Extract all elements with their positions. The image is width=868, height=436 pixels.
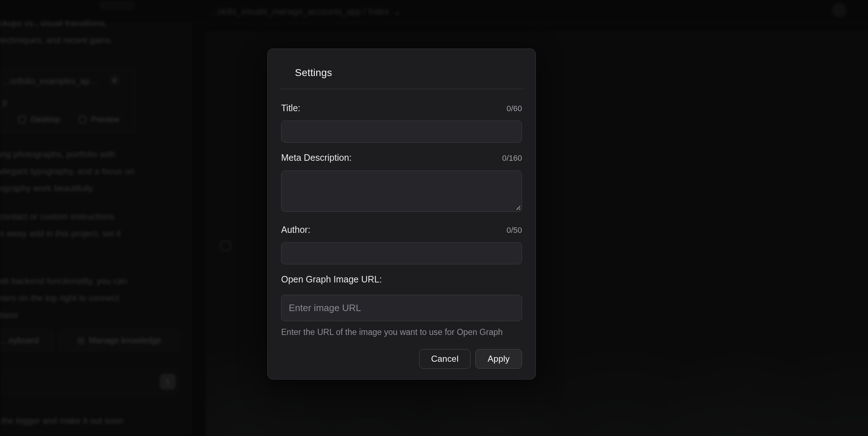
og-field-row: Open Graph Image URL:	[281, 273, 522, 286]
meta-description-textarea[interactable]	[281, 171, 522, 212]
meta-field-row: Meta Description: 0/160	[281, 151, 522, 165]
dialog-title: Settings	[295, 66, 522, 80]
og-image-url-label: Open Graph Image URL:	[281, 273, 382, 286]
apply-button[interactable]: Apply	[475, 349, 522, 369]
divider	[280, 89, 523, 89]
meta-description-label: Meta Description:	[281, 151, 352, 164]
screen: …skills_visuals_manage_accounts_app / In…	[0, 0, 868, 436]
author-field-row: Author: 0/50	[281, 223, 522, 237]
author-label: Author:	[281, 223, 310, 236]
cancel-button[interactable]: Cancel	[419, 349, 471, 369]
title-char-counter: 0/60	[506, 102, 522, 115]
dialog-header: Settings	[268, 49, 535, 80]
title-label: Title:	[281, 101, 300, 114]
og-helper-text: Enter the URL of the image you want to u…	[281, 326, 522, 338]
meta-char-counter: 0/160	[502, 152, 522, 165]
og-image-url-input[interactable]	[281, 295, 522, 321]
dialog-body: Title: 0/60 Meta Description: 0/160 Auth…	[268, 101, 535, 369]
meta-textarea-wrap	[281, 171, 522, 212]
title-input[interactable]	[281, 121, 522, 143]
author-char-counter: 0/50	[506, 224, 522, 237]
dialog-actions: Cancel Apply	[281, 349, 522, 369]
author-input[interactable]	[281, 242, 522, 264]
settings-dialog: Settings Title: 0/60 Meta Description: 0…	[267, 49, 536, 380]
title-field-row: Title: 0/60	[281, 101, 522, 115]
